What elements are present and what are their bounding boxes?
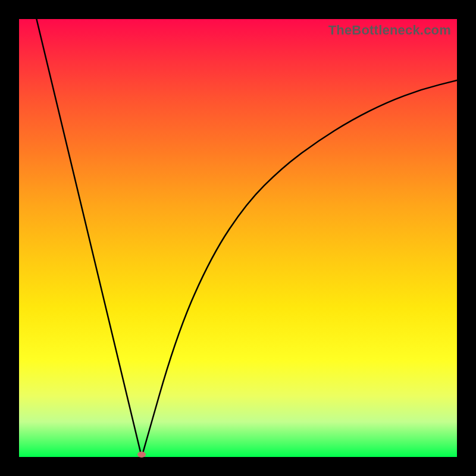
chart-container: TheBottleneck.com bbox=[0, 0, 476, 476]
chart-line bbox=[19, 19, 457, 457]
plot-area: TheBottleneck.com bbox=[19, 19, 457, 457]
minimum-marker-dot bbox=[137, 452, 146, 458]
